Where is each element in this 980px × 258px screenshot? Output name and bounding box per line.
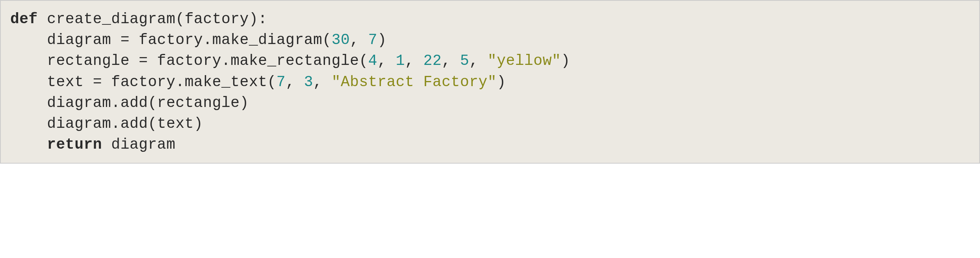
code-line-1: def create_diagram(factory): (10, 9, 970, 29)
code-line-4: text = factory.make_text(7, 3, "Abstract… (10, 72, 970, 92)
number-literal: 7 (368, 31, 377, 48)
code-text: create_diagram(factory): (38, 11, 267, 28)
code-line-3: rectangle = factory.make_rectangle(4, 1,… (10, 50, 970, 71)
code-text: diagram.add(text) (47, 115, 203, 132)
code-text: diagram (102, 136, 175, 153)
number-literal: 7 (277, 74, 286, 90)
code-text: text = factory.make_text( (47, 74, 277, 90)
code-line-5: diagram.add(rectangle) (10, 92, 970, 113)
code-text: , (377, 52, 396, 69)
string-literal: "Abstract Factory" (332, 74, 497, 90)
code-text: , (286, 74, 304, 90)
code-line-7: return diagram (10, 134, 970, 155)
code-text: , (350, 31, 368, 48)
number-literal: 3 (304, 74, 313, 90)
code-block: def create_diagram(factory): diagram = f… (0, 0, 980, 164)
code-line-2: diagram = factory.make_diagram(30, 7) (10, 29, 970, 50)
code-text: , (469, 52, 488, 69)
string-literal: "yellow" (488, 52, 561, 69)
code-text: diagram.add(rectangle) (47, 94, 249, 111)
number-literal: 22 (423, 52, 442, 69)
number-literal: 1 (396, 52, 405, 69)
indent (10, 136, 47, 153)
code-text: ) (497, 74, 506, 90)
indent (10, 74, 47, 90)
code-text: ) (377, 31, 386, 48)
keyword-return: return (47, 136, 102, 153)
number-literal: 30 (332, 31, 350, 48)
number-literal: 5 (460, 52, 469, 69)
code-text: , (442, 52, 460, 69)
indent (10, 31, 47, 48)
code-line-6: diagram.add(text) (10, 113, 970, 134)
code-text: diagram = factory.make_diagram( (47, 31, 331, 48)
code-text: , (313, 74, 332, 90)
indent (10, 52, 47, 69)
code-text: ) (561, 52, 570, 69)
number-literal: 4 (368, 52, 377, 69)
code-text: rectangle = factory.make_rectangle( (47, 52, 368, 69)
keyword-def: def (10, 11, 38, 28)
indent (10, 94, 47, 111)
indent (10, 115, 47, 132)
code-text: , (405, 52, 423, 69)
